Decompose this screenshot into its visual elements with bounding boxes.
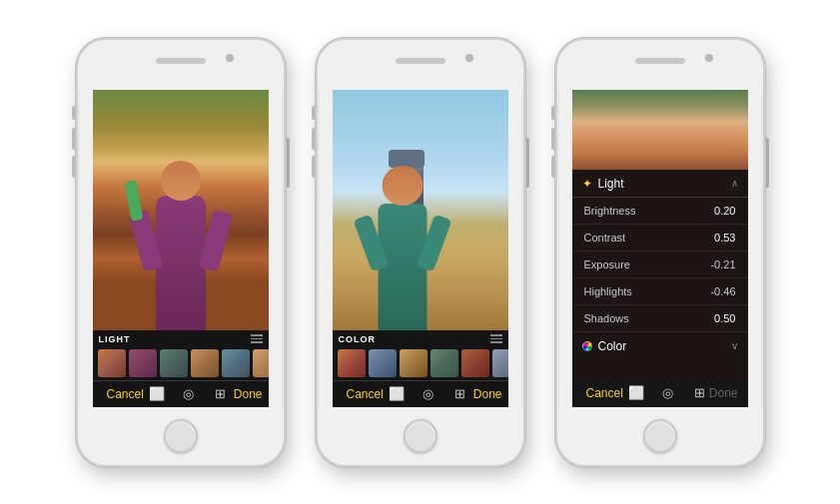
filter-label-1: LIGHT (93, 330, 269, 346)
mini-photo-3 (572, 90, 748, 170)
color-section-title: Color (598, 339, 627, 353)
highlights-value: -0.46 (710, 285, 735, 297)
photo-1 (93, 90, 269, 330)
filter-icon-3[interactable]: ⊞ (691, 384, 709, 402)
filter-thumb-2-5[interactable] (461, 349, 489, 377)
filter-thumb-2-4[interactable] (430, 349, 458, 377)
toolbar-icons-1: ⬜ ◎ ⊞ (148, 385, 230, 403)
home-button-2[interactable] (404, 419, 437, 453)
color-section-header[interactable]: Color ∨ (572, 332, 748, 359)
filter-icon-2[interactable]: ⊞ (451, 385, 469, 403)
filter-thumb-5[interactable] (222, 349, 250, 377)
exposure-label: Exposure (584, 258, 630, 270)
menu-icon-2[interactable] (490, 334, 502, 343)
filter-strip-1 (93, 346, 269, 380)
power-button-2[interactable] (525, 138, 529, 188)
chevron-down-icon[interactable]: ∨ (731, 340, 738, 351)
front-camera-1 (226, 54, 234, 62)
vol-down-button-1[interactable] (72, 156, 76, 178)
person-silhouette-2 (370, 166, 434, 330)
filter-label-2: COLOR (333, 330, 508, 346)
filter-thumb-1[interactable] (98, 349, 126, 377)
phone-bottom-2 (318, 407, 523, 465)
photo-area-1 (93, 90, 269, 330)
vol-down-button-2[interactable] (312, 156, 316, 178)
filter-thumb-2-6[interactable] (492, 349, 508, 377)
crop-icon-1[interactable]: ⬜ (148, 385, 166, 403)
phone-3: ✦ Light ∧ Brightness 0.20 Contrast 0.53 … (555, 38, 765, 467)
edit-row-highlights[interactable]: Highlights -0.46 (572, 278, 748, 305)
vol-up-button-3[interactable] (551, 128, 555, 150)
phone-body-1: LIGHT Cancel ⬜ ◎ (76, 38, 286, 467)
edit-row-contrast[interactable]: Contrast 0.53 (572, 225, 748, 252)
phone-bottom-1 (78, 407, 284, 465)
done-button-2[interactable]: Done (469, 385, 506, 403)
phone-2: COLOR Cancel ⬜ ◎ (316, 38, 525, 467)
front-camera-2 (465, 54, 473, 62)
home-button-3[interactable] (643, 419, 677, 453)
edit-row-exposure[interactable]: Exposure -0.21 (572, 252, 748, 278)
toolbar-actions-1: Cancel ⬜ ◎ ⊞ Done (93, 380, 269, 407)
filter-thumb-2-1[interactable] (338, 349, 366, 377)
toolbar-icons-3: ⬜ ◎ ⊞ (627, 384, 709, 402)
mute-button-2[interactable] (312, 106, 316, 120)
adjust-icon-1[interactable]: ◎ (180, 385, 198, 403)
highlights-label: Highlights (584, 285, 632, 297)
phone-body-2: COLOR Cancel ⬜ ◎ (316, 38, 525, 467)
cancel-button-2[interactable]: Cancel (343, 385, 388, 403)
crop-icon-3[interactable]: ⬜ (627, 384, 645, 402)
photo-2 (333, 90, 508, 330)
light-section-header[interactable]: ✦ Light ∧ (572, 170, 748, 198)
edit-row-brightness[interactable]: Brightness 0.20 (572, 198, 748, 225)
mode-label-2: COLOR (339, 334, 377, 344)
contrast-value: 0.53 (714, 232, 735, 244)
photo-area-2 (333, 90, 508, 330)
home-button-1[interactable] (164, 419, 198, 453)
front-camera-3 (705, 54, 713, 62)
filter-thumb-3[interactable] (160, 349, 188, 377)
filter-thumb-2-3[interactable] (400, 349, 427, 377)
filter-strip-2 (333, 346, 508, 380)
filter-thumb-2-2[interactable] (369, 349, 397, 377)
adjust-icon-2[interactable]: ◎ (420, 385, 437, 403)
sun-icon: ✦ (582, 177, 592, 191)
color-dot-icon (582, 341, 592, 351)
cancel-button-1[interactable]: Cancel (103, 385, 148, 403)
toolbar-actions-2: Cancel ⬜ ◎ ⊞ Done (333, 380, 508, 407)
filter-icon-1[interactable]: ⊞ (212, 385, 230, 403)
phone-1: LIGHT Cancel ⬜ ◎ (76, 38, 286, 467)
contrast-label: Contrast (584, 232, 626, 244)
vol-down-button-3[interactable] (551, 156, 555, 178)
exposure-value: -0.21 (710, 258, 735, 270)
chevron-up-icon[interactable]: ∧ (731, 178, 738, 189)
speaker-2 (396, 58, 445, 64)
toolbar-1: LIGHT Cancel ⬜ ◎ (93, 330, 269, 407)
light-section-title: Light (598, 177, 624, 191)
shadows-label: Shadows (584, 312, 629, 324)
mode-label-1: LIGHT (99, 334, 131, 344)
phone-top-3 (557, 40, 763, 90)
person-silhouette-1 (146, 161, 216, 330)
brightness-value: 0.20 (714, 205, 735, 217)
filter-thumb-4[interactable] (191, 349, 219, 377)
speaker-1 (156, 58, 206, 64)
screen-1: LIGHT Cancel ⬜ ◎ (93, 90, 269, 407)
phone-bottom-3 (557, 407, 763, 465)
filter-thumb-2[interactable] (129, 349, 157, 377)
mute-button-1[interactable] (72, 106, 76, 120)
screen-3: ✦ Light ∧ Brightness 0.20 Contrast 0.53 … (572, 90, 748, 407)
cancel-button-3[interactable]: Cancel (582, 384, 627, 402)
speaker-3 (635, 58, 685, 64)
menu-icon-1[interactable] (251, 334, 263, 343)
adjust-icon-3[interactable]: ◎ (659, 384, 677, 402)
crop-icon-2[interactable]: ⬜ (388, 385, 406, 403)
mute-button-3[interactable] (551, 106, 555, 120)
power-button-3[interactable] (765, 138, 769, 188)
vol-up-button-1[interactable] (72, 128, 76, 150)
power-button-1[interactable] (286, 138, 290, 188)
filter-thumb-6[interactable] (253, 349, 269, 377)
edit-row-shadows[interactable]: Shadows 0.50 (572, 305, 748, 332)
vol-up-button-2[interactable] (312, 128, 316, 150)
done-button-1[interactable]: Done (230, 385, 267, 403)
toolbar-icons-2: ⬜ ◎ ⊞ (388, 385, 469, 403)
